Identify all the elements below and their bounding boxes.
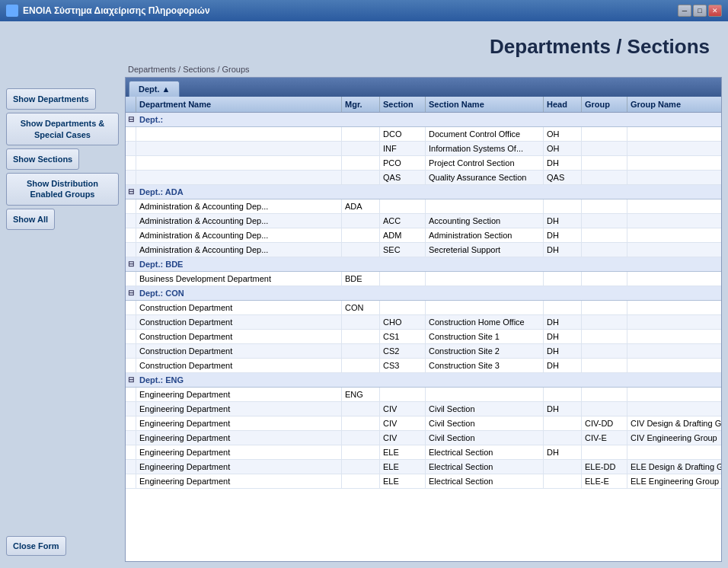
- sidebar-buttons: Show DepartmentsShow Departments & Speci…: [6, 88, 119, 233]
- dept-header-dept-ada[interactable]: ⊟ Dept.: ADA: [126, 185, 721, 199]
- table-row[interactable]: Construction Department CS1 Construction…: [126, 330, 721, 344]
- show-sections-button[interactable]: Show Sections: [6, 148, 79, 170]
- row-head: [544, 460, 582, 474]
- table-row[interactable]: Engineering Department CIV Civil Section…: [126, 402, 721, 416]
- table-row[interactable]: Administration & Accounting Dep... SEC S…: [126, 243, 721, 257]
- show-departments-button[interactable]: Show Departments: [6, 88, 96, 110]
- close-button[interactable]: ✕: [708, 5, 722, 17]
- row-head: DH: [544, 359, 582, 372]
- row-section: ELE: [380, 460, 426, 474]
- row-group: [582, 243, 627, 257]
- show-all-button[interactable]: Show All: [6, 209, 55, 230]
- row-head: [544, 199, 582, 213]
- row-mgr: [342, 315, 380, 329]
- row-section: SEC: [380, 243, 426, 257]
- row-expand: [126, 315, 136, 329]
- row-mgr: [342, 156, 380, 170]
- dept-header-dept-empty[interactable]: ⊟ Dept.:: [126, 113, 721, 127]
- row-mgr: [342, 127, 380, 141]
- row-expand: [126, 228, 136, 242]
- row-section-name: Construction Home Office: [426, 315, 544, 329]
- table-row[interactable]: QAS Quality Assurance Section QAS: [126, 171, 721, 185]
- row-group-name: [627, 171, 721, 184]
- row-section-name: Quality Assurance Section: [426, 171, 544, 184]
- table-row[interactable]: Engineering Department ELE Electrical Se…: [126, 474, 721, 489]
- dept-label: Dept.: BDE: [136, 257, 721, 271]
- dept-tab[interactable]: Dept. ▲: [129, 81, 180, 97]
- row-dept-name: [136, 142, 342, 155]
- row-group: [582, 142, 627, 155]
- row-group: [582, 344, 627, 358]
- table-row[interactable]: Construction Department CS3 Construction…: [126, 359, 721, 373]
- expand-icon[interactable]: ⊟: [126, 185, 136, 199]
- table-row[interactable]: Business Development Department BDE: [126, 272, 721, 286]
- row-expand: [126, 445, 136, 459]
- row-mgr: [342, 171, 380, 184]
- row-head: DH: [544, 156, 582, 170]
- close-form-button[interactable]: Close Form: [6, 536, 66, 556]
- show-departments-special-button[interactable]: Show Departments & Special Cases: [6, 113, 119, 145]
- row-dept-name: Administration & Accounting Dep...: [136, 228, 342, 242]
- minimize-button[interactable]: ─: [678, 5, 691, 17]
- dept-header-dept-eng[interactable]: ⊟ Dept.: ENG: [126, 373, 721, 388]
- row-section: CS2: [380, 344, 426, 358]
- row-mgr: [342, 214, 380, 228]
- row-expand: [126, 474, 136, 488]
- table-row[interactable]: PCO Project Control Section DH: [126, 156, 721, 171]
- row-section-name: Project Control Section: [426, 156, 544, 170]
- table-row[interactable]: Engineering Department ENG: [126, 388, 721, 402]
- dept-header-dept-con[interactable]: ⊟ Dept.: CON: [126, 286, 721, 301]
- row-section-name: Civil Section: [426, 402, 544, 416]
- table-row[interactable]: Construction Department CON: [126, 301, 721, 315]
- row-section: CS3: [380, 359, 426, 372]
- row-section-name: Civil Section: [426, 431, 544, 445]
- table-row[interactable]: INF Information Systems Of... OH: [126, 142, 721, 156]
- expand-icon[interactable]: ⊟: [126, 286, 136, 300]
- table-row[interactable]: DCO Document Control Office OH: [126, 127, 721, 142]
- row-head: [544, 431, 582, 445]
- row-section: QAS: [380, 171, 426, 184]
- row-mgr: [342, 243, 380, 257]
- row-dept-name: Construction Department: [136, 315, 342, 329]
- table-row[interactable]: Engineering Department CIV Civil Section…: [126, 416, 721, 431]
- row-head: DH: [544, 228, 582, 242]
- row-section-name: Civil Section: [426, 416, 544, 430]
- row-head: [544, 416, 582, 430]
- row-group-name: [627, 445, 721, 459]
- table-row[interactable]: Construction Department CS2 Construction…: [126, 344, 721, 359]
- breadcrumb: Departments / Sections / Groups: [125, 65, 722, 77]
- expand-icon[interactable]: ⊟: [126, 257, 136, 271]
- expand-icon[interactable]: ⊟: [126, 373, 136, 387]
- row-mgr: [342, 344, 380, 358]
- page-title: Departments / Sections: [125, 27, 722, 65]
- table-row[interactable]: Administration & Accounting Dep... ADA: [126, 199, 721, 214]
- row-group: [582, 359, 627, 372]
- table-row[interactable]: Engineering Department CIV Civil Section…: [126, 431, 721, 445]
- table-row[interactable]: Construction Department CHO Construction…: [126, 315, 721, 330]
- row-expand: [126, 344, 136, 358]
- table-row[interactable]: Administration & Accounting Dep... ACC A…: [126, 214, 721, 228]
- table-row[interactable]: Administration & Accounting Dep... ADM A…: [126, 228, 721, 243]
- row-mgr: [342, 460, 380, 474]
- expand-icon[interactable]: ⊟: [126, 113, 136, 126]
- maximize-button[interactable]: □: [693, 5, 707, 17]
- show-distribution-button[interactable]: Show Distribution Enabled Groups: [6, 173, 119, 206]
- row-head: [544, 474, 582, 488]
- row-expand: [126, 199, 136, 213]
- dept-label: Dept.: ENG: [136, 373, 721, 387]
- row-expand: [126, 301, 136, 314]
- row-mgr: [342, 330, 380, 343]
- data-area[interactable]: ⊟ Dept.: DCO Document Control Office OH …: [126, 113, 721, 561]
- row-group-name: [627, 359, 721, 372]
- row-section: [380, 301, 426, 314]
- table-row[interactable]: Engineering Department ELE Electrical Se…: [126, 445, 721, 460]
- row-group: [582, 388, 627, 401]
- dept-header-dept-bde[interactable]: ⊟ Dept.: BDE: [126, 257, 721, 272]
- row-mgr: [342, 431, 380, 445]
- row-section: PCO: [380, 156, 426, 170]
- row-section-name: Construction Site 3: [426, 359, 544, 372]
- row-group: [582, 445, 627, 459]
- row-group-name: [627, 214, 721, 228]
- row-group-name: [627, 228, 721, 242]
- table-row[interactable]: Engineering Department ELE Electrical Se…: [126, 460, 721, 474]
